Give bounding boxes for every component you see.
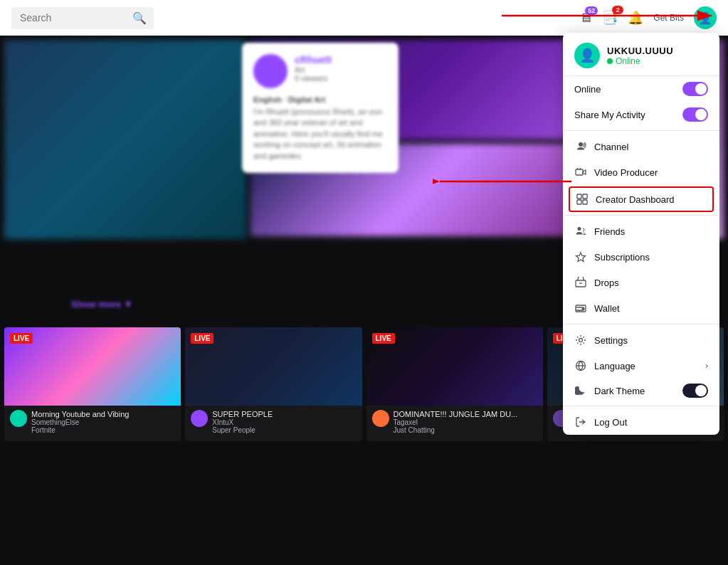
search-bar[interactable]: 🔍	[11, 7, 154, 29]
online-status: Online	[607, 56, 708, 66]
username-nav[interactable]: Get Bits	[653, 13, 684, 23]
bell-icon-btn[interactable]: 🔔	[628, 10, 643, 26]
card-info-0: Morning Youtube and Vibing SomethingElse…	[4, 406, 181, 438]
live-card-0[interactable]: LIVE Morning Youtube and Vibing Somethin…	[4, 327, 181, 441]
live-card-1[interactable]: LIVE SUPER PEOPLE XIntuX Super People	[185, 327, 362, 441]
friends-label: Friends	[594, 226, 708, 237]
show-more-area: Show more ▼	[71, 299, 133, 310]
menu-divider-1	[563, 130, 719, 131]
subscriptions-icon	[574, 250, 587, 263]
video-producer-menu-item[interactable]: Video Producer	[563, 159, 719, 185]
monitor-icon-btn[interactable]: 🖥 52	[579, 11, 592, 26]
subscriptions-label: Subscriptions	[594, 252, 708, 263]
card-avatar-2	[372, 410, 389, 427]
online-toggle-track	[682, 82, 708, 96]
bg-thumb-large	[4, 40, 246, 239]
drops-menu-item[interactable]: Drops	[563, 270, 719, 295]
share-activity-toggle[interactable]	[682, 107, 708, 122]
card-streamer-1: XIntuX	[212, 418, 356, 426]
language-icon	[574, 359, 587, 372]
drops-label: Drops	[594, 278, 708, 288]
logout-menu-item[interactable]: Log Out	[563, 409, 719, 435]
language-label: Language	[594, 361, 708, 371]
avatar-icon: 👤	[698, 11, 712, 25]
creator-dashboard-label: Creator Dashboard	[596, 194, 707, 205]
svg-rect-4	[576, 169, 583, 175]
svg-line-5	[577, 168, 578, 169]
creator-dashboard-menu-item[interactable]: Creator Dashboard	[569, 186, 714, 212]
settings-label: Settings	[594, 335, 708, 346]
dark-theme-toggle[interactable]	[682, 384, 708, 398]
profile-card-blurred: cRhuett Art 0 viewers English · Digital …	[242, 43, 399, 173]
live-badge-2: LIVE	[372, 333, 395, 344]
card-streamer-0: SomethingElse	[31, 418, 175, 426]
online-toggle[interactable]	[682, 82, 708, 96]
card-title-1: SUPER PEOPLE	[212, 410, 356, 418]
share-activity-toggle-thumb	[695, 109, 707, 120]
dark-theme-label: Dark Theme	[594, 386, 682, 396]
creator-dashboard-icon	[576, 193, 589, 206]
share-activity-toggle-track	[682, 107, 708, 122]
card-avatar-1	[191, 410, 208, 427]
bell-icon: 🔔	[628, 11, 643, 25]
menu-user-info: UKKUU.UUUU Online	[607, 46, 708, 66]
channel-menu-item[interactable]: Channel	[563, 134, 719, 159]
online-toggle-thumb	[695, 83, 707, 95]
dropdown-menu: 👤 UKKUU.UUUU Online Online Share My Acti…	[563, 33, 719, 435]
card-avatar-0	[10, 410, 27, 427]
menu-divider-3	[563, 324, 719, 324]
svg-marker-11	[576, 253, 586, 262]
svg-rect-8	[583, 194, 587, 199]
channel-label: Channel	[594, 142, 708, 152]
svg-line-6	[580, 168, 581, 169]
card-game-2: Just Chatting	[394, 426, 537, 434]
drops-icon	[574, 276, 587, 289]
logout-label: Log Out	[594, 417, 708, 428]
friends-menu-item[interactable]: Friends	[563, 218, 719, 244]
friends-icon	[574, 225, 587, 238]
dark-theme-row[interactable]: Dark Theme	[563, 379, 719, 403]
language-chevron: ›	[705, 361, 708, 371]
card-title-2: DOMINANTE!!! JUNGLE JAM DU...	[394, 410, 537, 418]
channel-icon	[574, 140, 587, 153]
svg-rect-10	[583, 200, 587, 204]
search-input[interactable]	[20, 12, 127, 23]
nav-icons: 🖥 52 📑 2 🔔 Get Bits 👤	[579, 6, 717, 29]
wallet-menu-item[interactable]: Wallet	[563, 295, 719, 321]
bookmark-badge: 2	[612, 6, 623, 14]
user-avatar-btn[interactable]: 👤	[694, 6, 717, 29]
bookmark-icon-btn[interactable]: 📑 2	[602, 10, 618, 26]
card-info-2: DOMINANTE!!! JUNGLE JAM DU... Tagaxel Ju…	[366, 406, 543, 438]
svg-rect-7	[577, 194, 581, 199]
dark-theme-toggle-track	[682, 384, 708, 398]
show-more-button[interactable]: Show more ▼	[71, 299, 133, 310]
menu-header: 👤 UKKUU.UUUU Online	[563, 33, 719, 76]
online-status-label: Online	[616, 56, 640, 66]
video-producer-icon	[574, 166, 587, 179]
menu-divider-2	[563, 215, 719, 216]
menu-avatar: 👤	[574, 43, 600, 68]
subscriptions-menu-item[interactable]: Subscriptions	[563, 244, 719, 270]
share-activity-label: Share My Activity	[574, 110, 645, 120]
settings-menu-item[interactable]: Settings	[563, 327, 719, 353]
card-info-1: SUPER PEOPLE XIntuX Super People	[185, 406, 362, 438]
online-toggle-row[interactable]: Online	[563, 76, 719, 102]
menu-divider-4	[563, 406, 719, 406]
wallet-label: Wallet	[594, 303, 708, 314]
monitor-badge: 52	[585, 6, 598, 15]
settings-icon	[574, 334, 587, 347]
live-badge-1: LIVE	[191, 333, 213, 344]
live-card-2[interactable]: LIVE DOMINANTE!!! JUNGLE JAM DU... Tagax…	[366, 327, 543, 441]
topnav: 🔍 🖥 52 📑 2 🔔 Get Bits 👤	[0, 0, 728, 36]
logout-icon	[574, 416, 587, 428]
online-dot	[607, 58, 613, 64]
card-streamer-2: Tagaxel	[394, 418, 537, 426]
card-game-1: Super People	[212, 426, 356, 434]
card-title-0: Morning Youtube and Vibing	[31, 410, 175, 418]
wallet-icon	[574, 302, 587, 315]
language-menu-item[interactable]: Language ›	[563, 353, 719, 379]
svg-point-15	[582, 308, 584, 310]
dark-theme-icon	[574, 384, 587, 397]
share-activity-toggle-row[interactable]: Share My Activity	[563, 102, 719, 127]
online-toggle-label: Online	[574, 84, 601, 95]
